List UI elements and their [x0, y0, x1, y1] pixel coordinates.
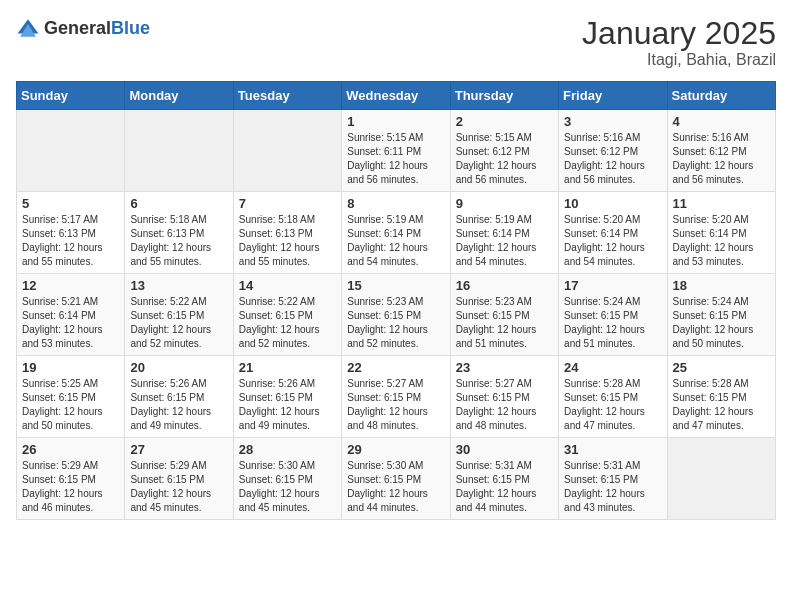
day-number: 18	[673, 278, 770, 293]
day-info: Sunrise: 5:21 AM Sunset: 6:14 PM Dayligh…	[22, 295, 119, 351]
calendar-cell: 2Sunrise: 5:15 AM Sunset: 6:12 PM Daylig…	[450, 110, 558, 192]
day-number: 14	[239, 278, 336, 293]
calendar-cell: 8Sunrise: 5:19 AM Sunset: 6:14 PM Daylig…	[342, 192, 450, 274]
day-number: 27	[130, 442, 227, 457]
day-info: Sunrise: 5:20 AM Sunset: 6:14 PM Dayligh…	[564, 213, 661, 269]
calendar-title: January 2025	[582, 16, 776, 51]
day-info: Sunrise: 5:30 AM Sunset: 6:15 PM Dayligh…	[347, 459, 444, 515]
day-info: Sunrise: 5:26 AM Sunset: 6:15 PM Dayligh…	[239, 377, 336, 433]
logo-icon	[16, 16, 40, 40]
day-number: 24	[564, 360, 661, 375]
calendar-cell: 13Sunrise: 5:22 AM Sunset: 6:15 PM Dayli…	[125, 274, 233, 356]
calendar-cell: 12Sunrise: 5:21 AM Sunset: 6:14 PM Dayli…	[17, 274, 125, 356]
calendar-week-1: 1Sunrise: 5:15 AM Sunset: 6:11 PM Daylig…	[17, 110, 776, 192]
header-sunday: Sunday	[17, 82, 125, 110]
title-block: January 2025 Itagi, Bahia, Brazil	[582, 16, 776, 69]
header-monday: Monday	[125, 82, 233, 110]
day-info: Sunrise: 5:16 AM Sunset: 6:12 PM Dayligh…	[673, 131, 770, 187]
logo-text-blue: Blue	[111, 18, 150, 38]
header-saturday: Saturday	[667, 82, 775, 110]
calendar-cell: 17Sunrise: 5:24 AM Sunset: 6:15 PM Dayli…	[559, 274, 667, 356]
calendar-cell: 16Sunrise: 5:23 AM Sunset: 6:15 PM Dayli…	[450, 274, 558, 356]
day-number: 28	[239, 442, 336, 457]
calendar-cell: 27Sunrise: 5:29 AM Sunset: 6:15 PM Dayli…	[125, 438, 233, 520]
calendar-cell: 10Sunrise: 5:20 AM Sunset: 6:14 PM Dayli…	[559, 192, 667, 274]
day-info: Sunrise: 5:28 AM Sunset: 6:15 PM Dayligh…	[564, 377, 661, 433]
day-info: Sunrise: 5:19 AM Sunset: 6:14 PM Dayligh…	[456, 213, 553, 269]
day-number: 2	[456, 114, 553, 129]
header-wednesday: Wednesday	[342, 82, 450, 110]
calendar-cell: 7Sunrise: 5:18 AM Sunset: 6:13 PM Daylig…	[233, 192, 341, 274]
day-info: Sunrise: 5:31 AM Sunset: 6:15 PM Dayligh…	[456, 459, 553, 515]
day-info: Sunrise: 5:15 AM Sunset: 6:12 PM Dayligh…	[456, 131, 553, 187]
day-info: Sunrise: 5:22 AM Sunset: 6:15 PM Dayligh…	[239, 295, 336, 351]
day-number: 31	[564, 442, 661, 457]
calendar-cell: 29Sunrise: 5:30 AM Sunset: 6:15 PM Dayli…	[342, 438, 450, 520]
day-info: Sunrise: 5:22 AM Sunset: 6:15 PM Dayligh…	[130, 295, 227, 351]
day-number: 7	[239, 196, 336, 211]
day-info: Sunrise: 5:20 AM Sunset: 6:14 PM Dayligh…	[673, 213, 770, 269]
day-info: Sunrise: 5:30 AM Sunset: 6:15 PM Dayligh…	[239, 459, 336, 515]
day-number: 4	[673, 114, 770, 129]
calendar-cell	[125, 110, 233, 192]
day-info: Sunrise: 5:24 AM Sunset: 6:15 PM Dayligh…	[564, 295, 661, 351]
calendar-subtitle: Itagi, Bahia, Brazil	[582, 51, 776, 69]
day-number: 23	[456, 360, 553, 375]
calendar-cell: 11Sunrise: 5:20 AM Sunset: 6:14 PM Dayli…	[667, 192, 775, 274]
day-info: Sunrise: 5:23 AM Sunset: 6:15 PM Dayligh…	[347, 295, 444, 351]
calendar-cell: 25Sunrise: 5:28 AM Sunset: 6:15 PM Dayli…	[667, 356, 775, 438]
day-info: Sunrise: 5:18 AM Sunset: 6:13 PM Dayligh…	[239, 213, 336, 269]
day-number: 9	[456, 196, 553, 211]
day-info: Sunrise: 5:27 AM Sunset: 6:15 PM Dayligh…	[347, 377, 444, 433]
calendar-cell: 3Sunrise: 5:16 AM Sunset: 6:12 PM Daylig…	[559, 110, 667, 192]
day-info: Sunrise: 5:25 AM Sunset: 6:15 PM Dayligh…	[22, 377, 119, 433]
day-number: 30	[456, 442, 553, 457]
day-number: 10	[564, 196, 661, 211]
calendar-cell: 19Sunrise: 5:25 AM Sunset: 6:15 PM Dayli…	[17, 356, 125, 438]
header-tuesday: Tuesday	[233, 82, 341, 110]
page-header: GeneralBlue January 2025 Itagi, Bahia, B…	[16, 16, 776, 69]
calendar-cell	[667, 438, 775, 520]
day-number: 25	[673, 360, 770, 375]
day-info: Sunrise: 5:18 AM Sunset: 6:13 PM Dayligh…	[130, 213, 227, 269]
calendar-cell: 26Sunrise: 5:29 AM Sunset: 6:15 PM Dayli…	[17, 438, 125, 520]
calendar-cell: 9Sunrise: 5:19 AM Sunset: 6:14 PM Daylig…	[450, 192, 558, 274]
calendar-week-5: 26Sunrise: 5:29 AM Sunset: 6:15 PM Dayli…	[17, 438, 776, 520]
calendar-cell: 21Sunrise: 5:26 AM Sunset: 6:15 PM Dayli…	[233, 356, 341, 438]
day-number: 1	[347, 114, 444, 129]
calendar-cell: 28Sunrise: 5:30 AM Sunset: 6:15 PM Dayli…	[233, 438, 341, 520]
day-info: Sunrise: 5:23 AM Sunset: 6:15 PM Dayligh…	[456, 295, 553, 351]
header-friday: Friday	[559, 82, 667, 110]
day-info: Sunrise: 5:15 AM Sunset: 6:11 PM Dayligh…	[347, 131, 444, 187]
day-info: Sunrise: 5:16 AM Sunset: 6:12 PM Dayligh…	[564, 131, 661, 187]
day-info: Sunrise: 5:26 AM Sunset: 6:15 PM Dayligh…	[130, 377, 227, 433]
day-number: 15	[347, 278, 444, 293]
calendar-week-2: 5Sunrise: 5:17 AM Sunset: 6:13 PM Daylig…	[17, 192, 776, 274]
day-info: Sunrise: 5:27 AM Sunset: 6:15 PM Dayligh…	[456, 377, 553, 433]
calendar-cell: 5Sunrise: 5:17 AM Sunset: 6:13 PM Daylig…	[17, 192, 125, 274]
calendar-cell	[17, 110, 125, 192]
calendar-cell: 14Sunrise: 5:22 AM Sunset: 6:15 PM Dayli…	[233, 274, 341, 356]
day-info: Sunrise: 5:17 AM Sunset: 6:13 PM Dayligh…	[22, 213, 119, 269]
day-number: 29	[347, 442, 444, 457]
calendar-cell: 20Sunrise: 5:26 AM Sunset: 6:15 PM Dayli…	[125, 356, 233, 438]
day-info: Sunrise: 5:31 AM Sunset: 6:15 PM Dayligh…	[564, 459, 661, 515]
day-number: 20	[130, 360, 227, 375]
day-number: 13	[130, 278, 227, 293]
day-info: Sunrise: 5:29 AM Sunset: 6:15 PM Dayligh…	[130, 459, 227, 515]
calendar-cell: 4Sunrise: 5:16 AM Sunset: 6:12 PM Daylig…	[667, 110, 775, 192]
day-info: Sunrise: 5:19 AM Sunset: 6:14 PM Dayligh…	[347, 213, 444, 269]
day-number: 11	[673, 196, 770, 211]
day-info: Sunrise: 5:24 AM Sunset: 6:15 PM Dayligh…	[673, 295, 770, 351]
header-thursday: Thursday	[450, 82, 558, 110]
calendar-table: SundayMondayTuesdayWednesdayThursdayFrid…	[16, 81, 776, 520]
day-number: 16	[456, 278, 553, 293]
day-number: 26	[22, 442, 119, 457]
calendar-cell	[233, 110, 341, 192]
calendar-cell: 23Sunrise: 5:27 AM Sunset: 6:15 PM Dayli…	[450, 356, 558, 438]
calendar-week-3: 12Sunrise: 5:21 AM Sunset: 6:14 PM Dayli…	[17, 274, 776, 356]
calendar-header-row: SundayMondayTuesdayWednesdayThursdayFrid…	[17, 82, 776, 110]
logo: GeneralBlue	[16, 16, 150, 40]
calendar-cell: 1Sunrise: 5:15 AM Sunset: 6:11 PM Daylig…	[342, 110, 450, 192]
calendar-cell: 6Sunrise: 5:18 AM Sunset: 6:13 PM Daylig…	[125, 192, 233, 274]
